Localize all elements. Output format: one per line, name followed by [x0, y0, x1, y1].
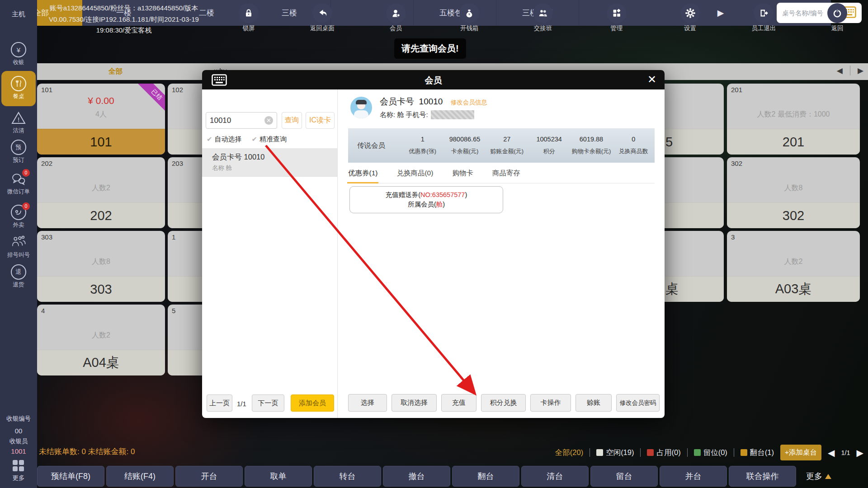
toolbar-shift-handover-button[interactable]: 交接班 — [523, 3, 563, 33]
wechat-orders-badge: 0 — [22, 169, 30, 177]
manage-icon — [607, 3, 627, 23]
stat-shopping-card-balance: 6019.88 购物卡余额(元) — [570, 136, 612, 155]
filter-idle[interactable]: 空闲(19) — [596, 448, 634, 458]
tables-next-page-arrow[interactable]: ▶ — [857, 447, 863, 458]
coupon-card[interactable]: 充值赠送券(NO:635657577) 所属会员(舱) — [349, 186, 503, 213]
toolbar-cashbox-button[interactable]: ¥ 开钱箱 — [449, 3, 490, 33]
joint-operation-button[interactable]: 联合操作 — [729, 466, 796, 487]
filter-all[interactable]: 全部(20) — [555, 448, 583, 458]
close-icon[interactable]: ✕ — [647, 73, 656, 86]
stat-exchange-goods: 0 兑换商品数 — [613, 136, 655, 155]
tables-prev-page-arrow[interactable]: ◀ — [828, 447, 835, 458]
member-result-item[interactable]: 会员卡号 10010 名称 舱 — [202, 148, 337, 177]
member-dialog-title: 会员 — [202, 75, 665, 86]
bottom-more-button[interactable]: 更多 — [806, 471, 831, 482]
return-desktop-icon — [312, 3, 332, 23]
sidebar-item-takeout[interactable]: 外卖 0 — [0, 204, 37, 229]
auto-select-checkbox[interactable]: ✔自动选择 — [207, 135, 242, 144]
cashier-no-label: 收银编号 — [0, 415, 37, 423]
credit-button[interactable]: 赊账 — [576, 394, 612, 412]
tab-goods-storage[interactable]: 商品寄存 — [492, 169, 520, 178]
retrieve-order-button[interactable]: 取单 — [245, 466, 312, 487]
merge-table-button[interactable]: 并台 — [660, 466, 727, 487]
toolbar-back-button[interactable]: 返回 — [817, 3, 858, 33]
toolbar-logout-button[interactable]: 员工退出 — [743, 3, 784, 33]
recharge-button[interactable]: 充值 — [441, 394, 476, 412]
prev-page-button[interactable]: 上一页 — [207, 394, 232, 412]
cancel-select-button[interactable]: 取消选择 — [392, 394, 437, 412]
sidebar-item-wechat-orders[interactable]: 微信订单 0 — [0, 171, 37, 196]
ic-read-card-button[interactable]: IC读卡 — [306, 112, 335, 129]
sidebar-item-refund[interactable]: 退 退货 — [0, 264, 37, 289]
table-card-102[interactable]: 102 — [168, 84, 202, 155]
precise-query-checkbox[interactable]: ✔精准查询 — [252, 135, 287, 144]
sidebar-more-button[interactable]: 更多 — [0, 460, 37, 482]
table-card-203[interactable]: 203 — [168, 157, 202, 228]
toolbar-return-desktop-button[interactable]: 返回桌面 — [302, 3, 343, 33]
hold-table-button[interactable]: 留台 — [590, 466, 658, 487]
change-member-password-button[interactable]: 修改会员密码 — [616, 394, 660, 412]
clear-table-button[interactable]: 清台 — [521, 466, 589, 487]
member-search-input[interactable] — [210, 116, 259, 125]
cashier-id-value: 1001 — [0, 447, 37, 455]
toolbar-manage-button[interactable]: 管理 — [596, 3, 637, 33]
tab-shopping-card[interactable]: 购物卡 — [452, 169, 473, 178]
member-search-panel: ✕ 查询 IC读卡 ✔自动选择 ✔精准查询 会员卡号 10010 名称 舱 上一… — [202, 89, 338, 418]
card-operation-button[interactable]: 卡操作 — [530, 394, 571, 412]
table-card-partial-3[interactable]: 桌 — [665, 231, 724, 302]
query-button[interactable]: 查询 — [282, 112, 302, 129]
svg-text:!: ! — [17, 116, 20, 123]
table-card-partial-1[interactable]: 5 — [665, 84, 724, 155]
sidebar-item-queue-call[interactable]: 排号叫号 — [0, 234, 37, 259]
member-avatar — [350, 97, 372, 118]
checkout-button[interactable]: 结账(F4) — [106, 466, 174, 487]
tab-coupons[interactable]: 优惠券(1) — [348, 169, 377, 178]
more-grid-icon — [13, 460, 24, 472]
transfer-table-button[interactable]: 转台 — [314, 466, 381, 487]
category-all[interactable]: 全部 — [108, 67, 123, 76]
toolbar-lock-button[interactable]: 锁屏 — [228, 3, 269, 33]
stat-card-balance: 980086.65 卡余额(元) — [443, 136, 486, 155]
table-card-302[interactable]: 302 人数8 302 — [727, 157, 860, 228]
filter-reserved-seat[interactable]: 留位(0) — [694, 448, 727, 458]
next-page-button[interactable]: 下一页 — [252, 394, 284, 412]
triangle-up-icon — [825, 474, 831, 479]
table-card-1[interactable]: 1 — [168, 231, 202, 302]
category-arrow-divider — [850, 66, 850, 75]
toolbar-member-button[interactable]: 会员 — [376, 3, 416, 33]
cashbox-icon: ¥ — [459, 3, 479, 23]
add-member-button[interactable]: 添加会员 — [291, 394, 334, 412]
points-exchange-button[interactable]: 积分兑换 — [481, 394, 526, 412]
edit-member-link[interactable]: 修改会员信息 — [451, 99, 487, 106]
member-name-phone: 名称: 舱 手机号: — [380, 110, 474, 119]
category-prev-arrow[interactable]: ◀ — [837, 66, 843, 75]
category-next-arrow[interactable]: ▶ — [858, 66, 863, 75]
remove-table-button[interactable]: 撤台 — [383, 466, 450, 487]
clear-input-icon[interactable]: ✕ — [264, 116, 273, 125]
select-button[interactable]: 选择 — [348, 394, 387, 412]
filter-turnover[interactable]: 翻台(1) — [741, 448, 774, 458]
filter-occupied[interactable]: 占用(0) — [647, 448, 680, 458]
table-card-5[interactable]: 5 — [168, 305, 202, 375]
page-indicator: 1/1 — [237, 400, 246, 408]
cashier-icon: ¥ — [10, 42, 27, 58]
table-card-202[interactable]: 202 人数2 202 — [37, 157, 165, 228]
table-card-303[interactable]: 303 人数8 303 — [37, 231, 165, 302]
tab-exchange-goods[interactable]: 兑换商品(0) — [396, 169, 433, 178]
table-card-a04[interactable]: 4 人数2 A04桌 — [37, 305, 165, 375]
sidebar-item-soldout[interactable]: ! 沽清 — [0, 110, 37, 135]
table-card-101[interactable]: 101 ¥ 0.00 4人 已结 101 — [37, 84, 165, 155]
open-table-button[interactable]: 开台 — [175, 466, 243, 487]
table-card-a03[interactable]: 3 人数2 A03桌 — [727, 231, 860, 302]
sidebar-item-tables[interactable]: 餐桌 — [1, 71, 36, 106]
member-detail-tabs: 优惠券(1) 兑换商品(0) 购物卡 商品寄存 — [348, 169, 655, 183]
add-table-button[interactable]: +添加桌台 — [780, 445, 821, 460]
toolbar-settings-button[interactable]: 设置 — [670, 3, 711, 33]
sidebar-item-cashier[interactable]: ¥ 收银 — [0, 42, 37, 66]
table-card-201[interactable]: 201 人数2 最低消费：1000 201 — [727, 84, 860, 155]
sidebar-item-reservation[interactable]: 预 预订 — [0, 139, 37, 164]
table-card-partial-2[interactable] — [665, 157, 724, 228]
pre-bill-button[interactable]: 预结单(F8) — [37, 466, 104, 487]
turn-table-button[interactable]: 翻台 — [452, 466, 519, 487]
soldout-icon: ! — [10, 110, 27, 126]
